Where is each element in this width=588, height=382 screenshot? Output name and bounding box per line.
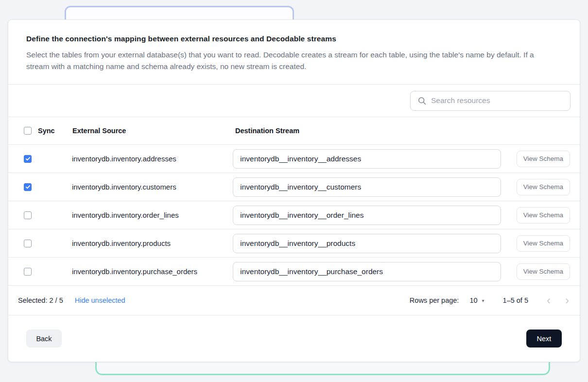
caret-down-icon: ▾ <box>482 298 484 303</box>
view-schema-button[interactable]: View Schema <box>517 263 570 280</box>
search-input[interactable] <box>431 96 564 105</box>
check-icon <box>25 156 31 161</box>
row-sync-checkbox[interactable] <box>24 155 32 163</box>
action-bar: Back Next <box>8 315 580 362</box>
destination-stream-input[interactable] <box>233 262 501 281</box>
external-source-text: inventorydb.inventory.customers <box>72 183 233 191</box>
column-header-external-source: External Source <box>72 127 235 135</box>
view-schema-button[interactable]: View Schema <box>517 235 570 252</box>
external-source-text: inventorydb.inventory.addresses <box>72 155 233 163</box>
table-row: inventorydb.inventory.order_lines View S… <box>8 201 580 229</box>
mapping-step-panel: Define the connection's mapping between … <box>8 19 580 362</box>
page-range-label: 1–5 of 5 <box>503 296 528 304</box>
table-footer: Selected: 2 / 5 Hide unselected Rows per… <box>8 286 580 315</box>
table-body: inventorydb.inventory.addresses View Sch… <box>8 145 580 286</box>
hide-unselected-link[interactable]: Hide unselected <box>75 296 125 304</box>
selected-count-label: Selected: 2 / 5 <box>18 296 63 304</box>
external-source-text: inventorydb.inventory.purchase_orders <box>72 267 233 276</box>
destination-stream-input[interactable] <box>233 177 501 197</box>
next-page-button[interactable]: › <box>564 295 570 306</box>
row-sync-checkbox[interactable] <box>24 211 32 219</box>
destination-stream-input[interactable] <box>233 234 501 253</box>
page-title: Define the connection's mapping between … <box>26 35 562 43</box>
rows-per-page-select[interactable]: 10 ▾ <box>469 296 484 304</box>
search-icon <box>418 97 426 105</box>
external-source-text: inventorydb.inventory.order_lines <box>72 211 233 219</box>
table-row: inventorydb.inventory.products View Sche… <box>8 229 580 258</box>
view-schema-button[interactable]: View Schema <box>517 179 570 195</box>
select-all-checkbox[interactable] <box>24 127 32 135</box>
row-sync-checkbox[interactable] <box>24 240 32 247</box>
table-row: inventorydb.inventory.addresses View Sch… <box>8 145 580 173</box>
back-button[interactable]: Back <box>26 330 62 347</box>
table-header-row: Sync External Source Destination Stream <box>8 117 580 145</box>
view-schema-button[interactable]: View Schema <box>517 151 570 167</box>
check-icon <box>25 184 31 190</box>
column-header-destination-stream: Destination Stream <box>235 127 522 135</box>
next-button[interactable]: Next <box>526 330 562 347</box>
table-row: inventorydb.inventory.purchase_orders Vi… <box>8 258 580 286</box>
previous-page-button[interactable]: ‹ <box>546 295 552 306</box>
row-sync-checkbox[interactable] <box>24 183 32 191</box>
panel-header: Define the connection's mapping between … <box>8 20 580 85</box>
rows-per-page-value: 10 <box>469 296 477 304</box>
page-description: Select the tables from your external dat… <box>26 49 551 72</box>
column-header-sync: Sync <box>38 127 55 135</box>
rows-per-page-label: Rows per page: <box>410 296 459 304</box>
view-schema-button[interactable]: View Schema <box>517 207 570 224</box>
table-row: inventorydb.inventory.customers View Sch… <box>8 173 580 201</box>
destination-stream-input[interactable] <box>233 206 501 225</box>
search-toolbar <box>8 85 580 117</box>
row-sync-checkbox[interactable] <box>24 268 32 276</box>
external-source-text: inventorydb.inventory.products <box>72 239 233 247</box>
destination-stream-input[interactable] <box>233 149 501 169</box>
search-box[interactable] <box>410 91 571 111</box>
